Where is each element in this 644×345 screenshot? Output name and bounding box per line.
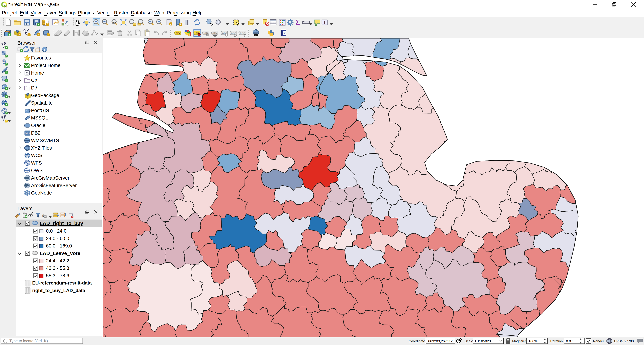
svg-text:abc: abc (212, 31, 218, 35)
svg-text:★: ★ (170, 23, 172, 25)
svg-text:i: i (44, 47, 45, 51)
svg-text:T: T (323, 20, 326, 25)
svg-text:DB2: DB2 (25, 132, 30, 135)
svg-text:*: * (47, 23, 48, 26)
svg-text:*: * (48, 33, 49, 36)
svg-text:Σ: Σ (296, 18, 300, 26)
svg-text:?: ? (284, 31, 286, 35)
svg-text:*: * (38, 33, 39, 36)
svg-text:i: i (208, 19, 210, 24)
svg-text:*: * (19, 33, 20, 36)
svg-text:a: a (67, 23, 68, 26)
svg-text:*: * (28, 33, 30, 36)
svg-text:★: ★ (180, 23, 182, 26)
svg-text:1:1: 1:1 (112, 20, 116, 23)
svg-text:*: * (6, 119, 7, 123)
svg-text:abc: abc (176, 31, 181, 35)
